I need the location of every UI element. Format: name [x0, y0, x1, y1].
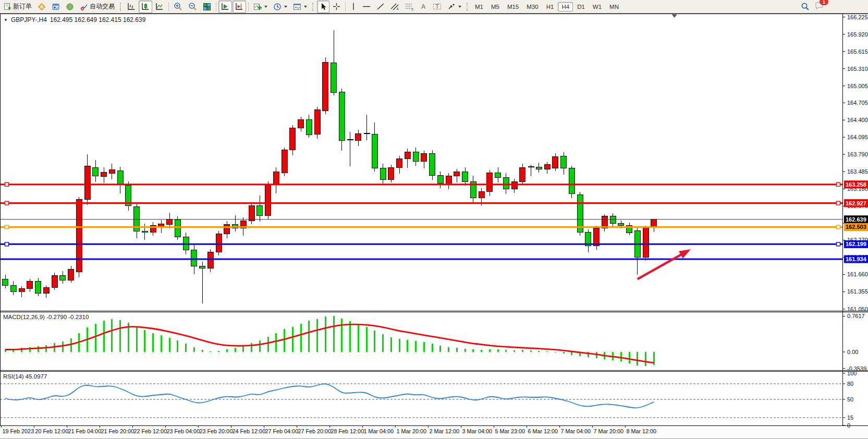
time-tick-label: 1 Mar 04:00 [364, 428, 394, 434]
time-tick-label: 2 Mar 12:00 [430, 428, 460, 434]
candle-body [413, 152, 419, 161]
timeframe-M15[interactable]: M15 [504, 2, 522, 11]
candlestick-chart-button[interactable] [139, 1, 152, 13]
chart-shift-button[interactable] [233, 1, 246, 13]
candle-body [487, 173, 493, 192]
line-chart-button[interactable] [153, 1, 166, 13]
macd-histogram-bar [136, 326, 138, 351]
navigator-button[interactable] [63, 1, 77, 13]
timeframe-D1[interactable]: D1 [573, 2, 589, 11]
candle-body [618, 223, 624, 225]
price-tick-label: 165.310 [847, 66, 868, 72]
macd-histogram-bar [284, 329, 285, 351]
zoom-in-button[interactable] [171, 1, 185, 13]
macd-histogram-bar [251, 343, 252, 351]
candle-body [323, 63, 328, 111]
data-window-icon [52, 3, 60, 11]
templates-button[interactable] [290, 1, 310, 13]
time-tick-label: 21 Feb 04:00 [68, 428, 102, 434]
macd-histogram-bar [497, 349, 499, 351]
candle-body [372, 134, 377, 168]
candle-body [76, 200, 82, 272]
text-label-button[interactable]: T [430, 1, 444, 13]
chart-canvas[interactable]: 166.225165.920165.615165.310165.005164.7… [0, 14, 868, 439]
macd-histogram-bar [374, 331, 375, 351]
macd-histogram-bar [563, 352, 565, 354]
timeframe-W1[interactable]: W1 [589, 2, 605, 11]
macd-histogram-bar [423, 342, 425, 352]
cursor-button[interactable] [317, 1, 329, 13]
data-window-button[interactable] [49, 1, 63, 13]
candle-body [27, 282, 33, 289]
candle-body [93, 167, 99, 176]
line-handle[interactable] [837, 201, 840, 205]
rsi-tick-label: 15 [847, 414, 853, 421]
toolbar: 新订单 自动交易 [0, 0, 868, 14]
tile-windows-button[interactable] [200, 1, 214, 13]
toolbar-separator [312, 3, 314, 11]
crosshair-icon [333, 3, 340, 10]
crosshair-button[interactable] [330, 1, 343, 13]
line-handle[interactable] [5, 242, 9, 246]
timeframe-H4[interactable]: H4 [558, 2, 573, 11]
timeframe-H1[interactable]: H1 [543, 2, 558, 11]
macd-histogram-bar [341, 319, 343, 352]
periods-button[interactable] [271, 1, 290, 13]
new-order-button[interactable]: 新订单 [1, 1, 34, 13]
time-tick-label: 23 Feb 20:00 [200, 428, 233, 434]
macd-tick-label: 0.7617 [847, 313, 865, 319]
candle-body [3, 279, 8, 285]
arrows-button[interactable] [445, 1, 464, 13]
macd-histogram-bar [456, 348, 458, 351]
candle-body [561, 156, 567, 168]
fibonacci-button[interactable]: F [402, 1, 417, 13]
zoom-out-button[interactable] [186, 1, 200, 13]
line-handle[interactable] [5, 201, 9, 205]
line-handle[interactable] [837, 225, 840, 229]
line-handle[interactable] [837, 182, 840, 186]
candle-body [421, 153, 427, 161]
macd-histogram-bar [169, 338, 170, 352]
timeframe-M1[interactable]: M1 [471, 2, 487, 11]
equidistant-channel-button[interactable]: E [388, 1, 402, 13]
auto-trading-button[interactable]: 自动交易 [77, 1, 117, 13]
line-chart-icon [155, 3, 164, 10]
macd-histogram-bar [235, 348, 236, 351]
candle-body [503, 178, 509, 189]
horizontal-line-button[interactable] [360, 1, 373, 13]
time-tick-label: 28 Feb 12:00 [331, 428, 364, 434]
trendline-button[interactable] [374, 1, 387, 13]
bar-chart-button[interactable] [125, 1, 138, 13]
macd-histogram-bar [555, 352, 556, 353]
price-tick-label: 166.225 [847, 14, 868, 20]
text-button[interactable]: A [417, 1, 430, 13]
macd-histogram-bar [259, 340, 261, 352]
vertical-line-button[interactable] [348, 1, 359, 13]
candle-body [60, 276, 66, 281]
notifications-button[interactable]: 1 [815, 2, 824, 11]
line-handle[interactable] [5, 225, 9, 229]
candle-body [191, 250, 197, 266]
auto-scroll-button[interactable] [218, 1, 232, 13]
price-tick-label: 163.790 [847, 151, 868, 157]
search-icon[interactable] [801, 2, 810, 11]
candle-body [380, 168, 386, 180]
toolbar-separator [467, 3, 469, 11]
macd-histogram-bar [103, 321, 105, 351]
time-tick-label: 19 Feb 2023 [3, 428, 34, 434]
timeframe-M5[interactable]: M5 [487, 2, 503, 11]
price-tick-label: 164.095 [847, 134, 868, 140]
timeframe-M30[interactable]: M30 [523, 2, 542, 11]
macd-histogram-bar [144, 330, 145, 351]
time-tick-label: 8 Mar 12:00 [627, 428, 657, 434]
candle-body [117, 171, 123, 185]
candle-body [142, 231, 148, 232]
market-watch-button[interactable] [35, 1, 48, 13]
macd-histogram-bar [275, 333, 277, 352]
line-handle[interactable] [5, 182, 9, 186]
quote-dropdown-icon[interactable]: ▼ [4, 18, 8, 22]
indicators-button[interactable] [251, 1, 270, 13]
candle-body [290, 128, 296, 150]
line-handle[interactable] [837, 242, 840, 246]
timeframe-MN[interactable]: MN [606, 2, 622, 11]
